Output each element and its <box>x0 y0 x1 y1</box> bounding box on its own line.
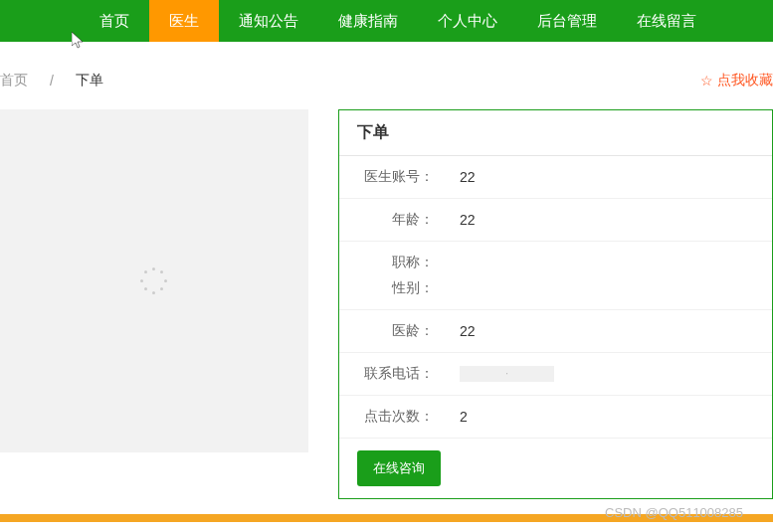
field-label: 职称： <box>357 254 442 271</box>
action-row: 在线咨询 <box>339 439 772 498</box>
field-value: 22 <box>442 323 476 339</box>
favorite-label: 点我收藏 <box>717 72 773 89</box>
breadcrumb-row: 首页 / 下单 ☆ 点我收藏 <box>0 42 773 109</box>
field-row-phone: 联系电话： · <box>339 353 772 396</box>
field-row-title: 职称： <box>339 242 772 275</box>
loading-spinner-icon <box>140 267 168 295</box>
breadcrumb-separator: / <box>50 73 54 89</box>
field-row-years: 医龄： 22 <box>339 310 772 353</box>
field-label: 联系电话： <box>357 365 442 383</box>
nav-item-personal[interactable]: 个人中心 <box>418 0 517 42</box>
nav-item-message[interactable]: 在线留言 <box>617 0 716 42</box>
panel-title: 下单 <box>339 110 772 156</box>
nav-bar: 首页 医生 通知公告 健康指南 个人中心 后台管理 在线留言 <box>0 0 773 42</box>
detail-panel: 下单 医生账号： 22 年龄： 22 职称： 性别： 医龄： 22 联系电话： … <box>338 109 773 499</box>
field-row-clicks: 点击次数： 2 <box>339 396 772 439</box>
field-value-masked: · <box>442 366 554 382</box>
nav-item-doctor[interactable]: 医生 <box>149 0 219 42</box>
field-value: 22 <box>442 212 476 228</box>
content-area: 下单 医生账号： 22 年龄： 22 职称： 性别： 医龄： 22 联系电话： … <box>0 109 773 514</box>
breadcrumb: 首页 / 下单 <box>0 72 103 89</box>
field-label: 医生账号： <box>357 168 442 186</box>
field-label: 医龄： <box>357 322 442 340</box>
star-icon: ☆ <box>700 73 713 89</box>
field-label: 年龄： <box>357 211 442 229</box>
field-value: 22 <box>442 169 476 185</box>
field-row-gender: 性别： <box>339 275 772 310</box>
nav-item-notice[interactable]: 通知公告 <box>219 0 318 42</box>
consult-button[interactable]: 在线咨询 <box>357 450 441 486</box>
watermark: CSDN @QQ511008285 <box>605 505 743 520</box>
favorite-link[interactable]: ☆ 点我收藏 <box>700 72 773 89</box>
field-row-doctor-account: 医生账号： 22 <box>339 156 772 199</box>
field-label: 性别： <box>357 279 442 297</box>
breadcrumb-current: 下单 <box>76 72 103 89</box>
field-label: 点击次数： <box>357 408 442 426</box>
nav-item-health-guide[interactable]: 健康指南 <box>318 0 418 42</box>
nav-item-admin[interactable]: 后台管理 <box>517 0 617 42</box>
field-row-age: 年龄： 22 <box>339 199 772 242</box>
image-placeholder <box>0 109 308 452</box>
field-value: 2 <box>442 409 468 425</box>
breadcrumb-home[interactable]: 首页 <box>0 72 28 89</box>
nav-item-home[interactable]: 首页 <box>80 0 149 42</box>
